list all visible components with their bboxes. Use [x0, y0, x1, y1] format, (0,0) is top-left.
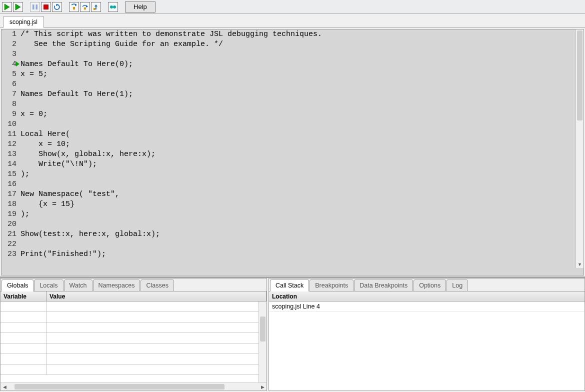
- tab-log[interactable]: Log: [446, 280, 468, 292]
- step-out-button[interactable]: [91, 2, 101, 12]
- gutter-line[interactable]: 10: [2, 120, 16, 130]
- gutter-line[interactable]: 11: [2, 130, 16, 140]
- code-line[interactable]: Show(test:x, here:x, global:x);: [20, 230, 584, 240]
- scroll-thumb[interactable]: [14, 384, 224, 390]
- gutter-line[interactable]: 1: [2, 30, 16, 40]
- help-button[interactable]: Help: [125, 2, 156, 12]
- code-line[interactable]: Names Default To Here(0);: [20, 60, 584, 70]
- cell-variable[interactable]: [0, 364, 46, 374]
- cell-variable[interactable]: [0, 302, 46, 312]
- gutter-line[interactable]: 14: [2, 160, 16, 170]
- step-over-button[interactable]: [80, 2, 90, 12]
- cell-variable[interactable]: [0, 354, 46, 364]
- gutter-line[interactable]: 20: [2, 220, 16, 230]
- code-line[interactable]: Names Default To Here(1);: [20, 90, 584, 100]
- code-line[interactable]: See the Scripting Guide for an example. …: [20, 40, 584, 50]
- scroll-right-icon[interactable]: ▶: [258, 383, 266, 390]
- tab-options[interactable]: Options: [414, 280, 446, 292]
- grid-horizontal-scrollbar[interactable]: ◀ ▶: [0, 382, 266, 390]
- code-line[interactable]: Local Here(: [20, 130, 584, 140]
- callstack-row[interactable]: scoping.jsl Line 4: [269, 302, 584, 312]
- editor-vertical-scrollbar[interactable]: ▲ ▼: [576, 30, 584, 268]
- gutter-line[interactable]: 21: [2, 230, 16, 240]
- gutter-line[interactable]: 9: [2, 110, 16, 120]
- cell-value[interactable]: [46, 302, 266, 312]
- table-row[interactable]: [0, 364, 266, 375]
- gutter-line[interactable]: 17: [2, 190, 16, 200]
- callstack-header[interactable]: Location: [269, 292, 584, 302]
- step-into-button[interactable]: [69, 2, 79, 12]
- gutter-line[interactable]: 4: [2, 60, 16, 70]
- tab-namespaces[interactable]: Namespaces: [93, 280, 140, 292]
- stop-button[interactable]: [41, 2, 51, 12]
- table-row[interactable]: [0, 312, 266, 322]
- restart-button[interactable]: [52, 2, 62, 12]
- gutter-line[interactable]: 2: [2, 40, 16, 50]
- tab-call-stack[interactable]: Call Stack: [270, 280, 309, 292]
- code-line[interactable]: New Namespace( "test",: [20, 190, 584, 200]
- scroll-thumb[interactable]: [577, 30, 582, 120]
- code-line[interactable]: [20, 100, 584, 110]
- cell-value[interactable]: [46, 364, 266, 374]
- code-line[interactable]: {x = 15}: [20, 200, 584, 210]
- code-line[interactable]: );: [20, 170, 584, 180]
- tab-locals[interactable]: Locals: [34, 280, 63, 292]
- code-line[interactable]: [20, 240, 584, 250]
- grid-vertical-scrollbar[interactable]: [258, 302, 266, 382]
- code-line[interactable]: Print("Finished!");: [20, 250, 584, 260]
- run-button[interactable]: [13, 2, 23, 12]
- code-editor[interactable]: 1234567891011121314151617181920212223 /*…: [1, 29, 584, 276]
- cell-variable[interactable]: [0, 333, 46, 343]
- code-line[interactable]: [20, 50, 584, 60]
- gutter-line[interactable]: 19: [2, 210, 16, 220]
- code-line[interactable]: Show(x, global:x, here:x);: [20, 150, 584, 160]
- table-row[interactable]: [0, 333, 266, 344]
- tab-breakpoints[interactable]: Breakpoints: [310, 280, 354, 292]
- gutter-line[interactable]: 22: [2, 240, 16, 250]
- code-line[interactable]: [20, 180, 584, 190]
- gutter-line[interactable]: 3: [2, 50, 16, 60]
- scroll-left-icon[interactable]: ◀: [0, 383, 8, 390]
- code-line[interactable]: [20, 220, 584, 230]
- cell-variable[interactable]: [0, 322, 46, 332]
- table-row[interactable]: [0, 354, 266, 364]
- tab-watch[interactable]: Watch: [64, 280, 92, 292]
- breakpoints-button[interactable]: [108, 2, 118, 12]
- cell-value[interactable]: [46, 322, 266, 332]
- scroll-thumb[interactable]: [260, 316, 266, 342]
- file-tab[interactable]: scoping.jsl: [3, 16, 44, 28]
- code-line[interactable]: );: [20, 210, 584, 220]
- cell-value[interactable]: [46, 354, 266, 364]
- table-row[interactable]: [0, 302, 266, 312]
- run-without-breakpoints-button[interactable]: [2, 2, 12, 12]
- gutter-line[interactable]: 12: [2, 140, 16, 150]
- code-line[interactable]: /* This script was written to demonstrat…: [20, 30, 584, 40]
- code-line[interactable]: [20, 80, 584, 90]
- scroll-down-icon[interactable]: ▼: [576, 261, 584, 268]
- cell-value[interactable]: [46, 344, 266, 354]
- tab-data-breakpoints[interactable]: Data Breakpoints: [354, 280, 413, 292]
- gutter-line[interactable]: 18: [2, 200, 16, 210]
- gutter-line[interactable]: 15: [2, 170, 16, 180]
- gutter-line[interactable]: 23: [2, 250, 16, 260]
- column-header-variable[interactable]: Variable: [0, 292, 46, 301]
- code-area[interactable]: /* This script was written to demonstrat…: [18, 30, 584, 275]
- gutter-line[interactable]: 16: [2, 180, 16, 190]
- gutter-line[interactable]: 8: [2, 100, 16, 110]
- code-line[interactable]: x = 0;: [20, 110, 584, 120]
- code-line[interactable]: x = 10;: [20, 140, 584, 150]
- cell-value[interactable]: [46, 333, 266, 343]
- tab-globals[interactable]: Globals: [2, 280, 34, 292]
- tab-classes[interactable]: Classes: [140, 280, 174, 292]
- cell-variable[interactable]: [0, 312, 46, 322]
- gutter-line[interactable]: 5: [2, 70, 16, 80]
- cell-variable[interactable]: [0, 344, 46, 354]
- code-line[interactable]: Write("\!N");: [20, 160, 584, 170]
- table-row[interactable]: [0, 322, 266, 333]
- cell-value[interactable]: [46, 312, 266, 322]
- table-row[interactable]: [0, 344, 266, 354]
- gutter-line[interactable]: 13: [2, 150, 16, 160]
- column-header-value[interactable]: Value: [46, 292, 266, 301]
- gutter-line[interactable]: 6: [2, 80, 16, 90]
- code-line[interactable]: [20, 120, 584, 130]
